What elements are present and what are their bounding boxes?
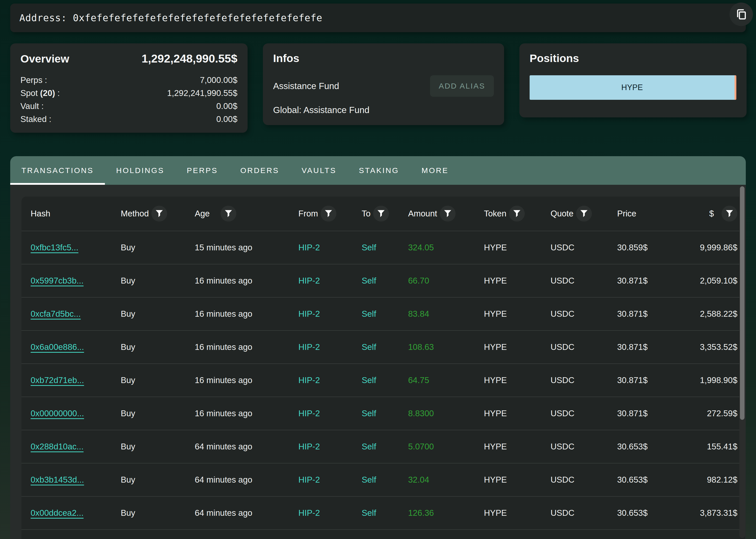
cell-quote: USDC bbox=[551, 243, 574, 252]
column-label: To bbox=[362, 209, 371, 218]
tab-staking[interactable]: STAKING bbox=[347, 156, 410, 185]
cell-price: 30.871$ bbox=[617, 342, 647, 352]
tab-perps[interactable]: PERPS bbox=[176, 156, 229, 185]
cell-to: Self bbox=[362, 342, 376, 352]
tx-hash-link[interactable]: 0xb72d71eb... bbox=[31, 375, 84, 385]
summary-cards: Overview 1,292,248,990.55$ Perps :7,000.… bbox=[10, 43, 747, 133]
table-header: HashMethodAgeFromToAmountTokenQuotePrice… bbox=[22, 196, 745, 231]
overview-row-value: 0.00$ bbox=[216, 113, 237, 125]
column-label: From bbox=[298, 209, 318, 218]
cell-usd: 2,059.10$ bbox=[700, 276, 737, 285]
tab-label: ORDERS bbox=[240, 166, 279, 175]
tab-orders[interactable]: ORDERS bbox=[229, 156, 290, 185]
tab-vaults[interactable]: VAULTS bbox=[290, 156, 347, 185]
column-header-usd: $ bbox=[678, 206, 737, 221]
tx-hash-link[interactable]: 0xb3b1453d... bbox=[31, 475, 84, 484]
tx-hash-link[interactable]: 0xcfa7d5bc... bbox=[31, 309, 81, 319]
tx-hash-link[interactable]: 0x288d10ac... bbox=[31, 442, 83, 451]
column-label: $ bbox=[709, 209, 714, 218]
positions-card: Positions HYPE bbox=[519, 43, 747, 117]
copy-address-button[interactable] bbox=[729, 3, 753, 26]
filter-icon[interactable] bbox=[373, 206, 389, 221]
cell-usd: 3,873.31$ bbox=[700, 508, 737, 517]
overview-title: Overview bbox=[21, 52, 69, 65]
cell-age: 16 minutes ago bbox=[195, 276, 253, 285]
column-header-price: Price bbox=[617, 209, 678, 218]
tab-label: PERPS bbox=[187, 166, 218, 175]
filter-icon[interactable] bbox=[151, 206, 167, 221]
cell-quote: USDC bbox=[551, 409, 574, 418]
cell-token: HYPE bbox=[484, 409, 507, 418]
filter-icon[interactable] bbox=[321, 206, 337, 221]
transaction-row: 0xb72d71eb...Buy16 minutes agoHIP-2Self6… bbox=[22, 363, 745, 397]
scrollbar-thumb[interactable] bbox=[740, 186, 744, 420]
cell-from: HIP-2 bbox=[298, 309, 320, 319]
table-row-partial bbox=[22, 529, 745, 539]
cell-from: HIP-2 bbox=[298, 508, 320, 517]
cell-amount: 83.84 bbox=[408, 309, 429, 319]
cell-method: Buy bbox=[121, 342, 135, 352]
transaction-row: 0x6a00e886...Buy16 minutes agoHIP-2Self1… bbox=[22, 330, 745, 363]
position-token-hype[interactable]: HYPE bbox=[530, 75, 736, 100]
cell-age: 64 minutes ago bbox=[195, 508, 253, 517]
overview-row: Staked :0.00$ bbox=[21, 113, 237, 125]
filter-icon[interactable] bbox=[220, 206, 236, 221]
cell-amount: 5.0700 bbox=[408, 442, 434, 451]
tx-hash-link[interactable]: 0x00000000... bbox=[31, 409, 84, 418]
overview-row-value: 7,000.00$ bbox=[200, 73, 237, 87]
column-header-quote: Quote bbox=[551, 206, 617, 221]
tab-label: STAKING bbox=[359, 166, 399, 175]
cell-quote: USDC bbox=[551, 442, 574, 451]
cell-usd: 155.41$ bbox=[707, 442, 737, 451]
cell-token: HYPE bbox=[484, 243, 507, 252]
cell-method: Buy bbox=[121, 442, 135, 451]
cell-quote: USDC bbox=[551, 508, 574, 517]
cell-quote: USDC bbox=[551, 375, 574, 385]
tx-hash-link[interactable]: 0x6a00e886... bbox=[31, 342, 84, 352]
cell-to: Self bbox=[362, 276, 376, 285]
cell-price: 30.871$ bbox=[617, 276, 647, 285]
cell-age: 16 minutes ago bbox=[195, 375, 253, 385]
filter-icon[interactable] bbox=[721, 206, 737, 221]
transaction-row: 0xb3b1453d...Buy64 minutes agoHIP-2Self3… bbox=[22, 463, 745, 496]
cell-amount: 32.04 bbox=[408, 475, 429, 484]
cell-price: 30.871$ bbox=[617, 409, 647, 418]
cell-quote: USDC bbox=[551, 342, 574, 352]
overview-rows: Perps :7,000.00$Spot (20) :1,292,241,990… bbox=[21, 73, 237, 125]
cell-usd: 2,588.22$ bbox=[700, 309, 737, 319]
filter-icon[interactable] bbox=[509, 206, 525, 221]
cell-from: HIP-2 bbox=[298, 375, 320, 385]
tx-hash-link[interactable]: 0xfbc13fc5... bbox=[31, 243, 78, 252]
column-header-amount: Amount bbox=[408, 206, 484, 221]
address-value-text: 0xfefefefefefefefefefefefefefefefefefefe… bbox=[73, 13, 323, 24]
transaction-row: 0x00000000...Buy16 minutes agoHIP-2Self8… bbox=[22, 397, 745, 430]
cell-from: HIP-2 bbox=[298, 342, 320, 352]
cell-usd: 1,998.90$ bbox=[700, 375, 737, 385]
tab-transactions[interactable]: TRANSACTIONS bbox=[10, 156, 105, 185]
cell-usd: 982.12$ bbox=[707, 475, 737, 484]
global-alias-text: Global: Assistance Fund bbox=[273, 105, 494, 115]
table-body: 0xfbc13fc5...Buy15 minutes agoHIP-2Self3… bbox=[22, 231, 745, 529]
overview-row-label: Spot (20) : bbox=[21, 87, 60, 100]
overview-row-value: 0.00$ bbox=[216, 100, 237, 113]
cell-age: 64 minutes ago bbox=[195, 442, 253, 451]
filter-icon[interactable] bbox=[440, 206, 456, 221]
tx-hash-link[interactable]: 0x5997cb3b... bbox=[31, 276, 83, 285]
positions-title: Positions bbox=[530, 52, 579, 65]
filter-icon[interactable] bbox=[576, 206, 592, 221]
tab-holdings[interactable]: HOLDINGS bbox=[105, 156, 176, 185]
cell-price: 30.653$ bbox=[617, 508, 647, 517]
scrollbar-track[interactable] bbox=[739, 186, 745, 538]
cell-price: 30.859$ bbox=[617, 243, 647, 252]
cell-age: 16 minutes ago bbox=[195, 409, 253, 418]
transaction-row: 0x288d10ac...Buy64 minutes agoHIP-2Self5… bbox=[22, 430, 745, 463]
tab-more[interactable]: MORE bbox=[411, 156, 460, 185]
overview-row-label: Vault : bbox=[21, 100, 44, 113]
tx-hash-link[interactable]: 0x00ddcea2... bbox=[31, 508, 83, 517]
address-value bbox=[67, 13, 73, 24]
add-alias-button[interactable]: ADD ALIAS bbox=[430, 75, 494, 97]
cell-amount: 324.05 bbox=[408, 243, 434, 252]
cell-amount: 66.70 bbox=[408, 276, 429, 285]
cell-from: HIP-2 bbox=[298, 442, 320, 451]
tab-label: VAULTS bbox=[302, 166, 337, 175]
